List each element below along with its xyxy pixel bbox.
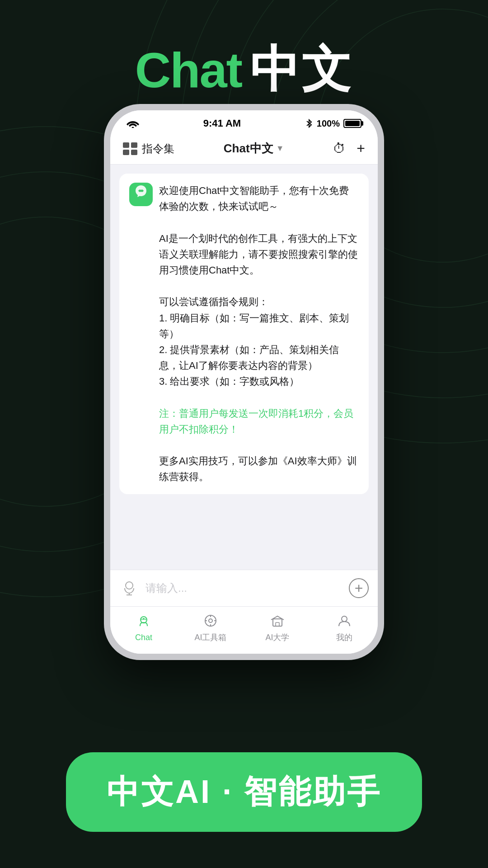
input-add-icon[interactable]: +	[349, 578, 369, 598]
notice-text: 注：普通用户每发送一次即消耗1积分，会员用户不扣除积分！	[159, 406, 359, 437]
bot-avatar	[129, 183, 153, 206]
header-chat-label: Chat	[135, 41, 242, 99]
battery-percent: 100%	[317, 118, 340, 129]
profile-tab-label: 我的	[336, 632, 352, 643]
input-placeholder[interactable]: 请输入...	[145, 581, 343, 595]
battery-icon	[343, 119, 361, 128]
tab-university[interactable]: AI大学	[259, 611, 296, 643]
svg-point-14	[143, 618, 145, 620]
status-time: 9:41 AM	[203, 118, 241, 129]
tab-chat[interactable]: Chat	[126, 612, 162, 642]
welcome-text: 欢迎使用Chat中文智能助手，您有十次免费体验的次数，快来试试吧～	[159, 183, 359, 214]
nav-title-text: Chat中文	[224, 141, 273, 156]
history-icon[interactable]: ⏱	[333, 141, 346, 156]
nav-title-chevron: ▼	[276, 144, 284, 153]
cta-label: 中文AI · 智能助手	[107, 774, 381, 810]
wifi-icon	[127, 119, 139, 128]
input-bar: 请输入... +	[110, 570, 378, 606]
message-bubble: 欢迎使用Chat中文智能助手，您有十次免费体验的次数，快来试试吧～ AI是一个划…	[119, 174, 369, 494]
intro-text: AI是一个划时代的创作工具，有强大的上下文语义关联理解能力，请不要按照搜索引擎的…	[159, 231, 359, 278]
cta-button[interactable]: 中文AI · 智能助手	[66, 752, 422, 832]
nav-left-label: 指令集	[142, 142, 174, 156]
svg-point-13	[141, 618, 143, 620]
nav-right: ⏱ +	[333, 140, 365, 157]
message-content: 欢迎使用Chat中文智能助手，您有十次免费体验的次数，快来试试吧～ AI是一个划…	[159, 183, 359, 485]
tips-label: 可以尝试遵循指令规则：	[159, 294, 359, 310]
more-tips-text: 更多AI实用技巧，可以参加《AI效率大师》训练营获得。	[159, 453, 359, 485]
bot-icon	[134, 184, 148, 205]
tip-3: 3. 给出要求（如：字数或风格）	[159, 373, 359, 389]
svg-point-9	[126, 582, 133, 589]
header-chinese-label: 中文	[250, 36, 353, 104]
bluetooth-icon	[305, 119, 313, 128]
page-header: Chat 中文	[0, 36, 488, 104]
svg-rect-23	[276, 623, 279, 626]
chat-tab-label: Chat	[135, 633, 152, 642]
tip-2: 2. 提供背景素材（如：产品、策划相关信息，让AI了解你要表达内容的背景）	[159, 342, 359, 373]
tab-profile[interactable]: 我的	[326, 611, 362, 643]
phone-mockup: 9:41 AM 100% 指令集 Chat中文 ▼	[104, 104, 384, 660]
svg-point-8	[132, 127, 134, 128]
tab-toolbox[interactable]: AI工具箱	[192, 611, 229, 643]
chat-tab-icon	[134, 612, 153, 631]
toolbox-tab-label: AI工具箱	[194, 632, 226, 643]
svg-point-15	[145, 618, 146, 620]
grid-icon	[123, 142, 137, 155]
add-icon[interactable]: +	[357, 140, 365, 157]
nav-title[interactable]: Chat中文 ▼	[224, 141, 284, 156]
tab-bar: Chat AI工具箱	[110, 606, 378, 654]
status-right: 100%	[305, 118, 361, 129]
nav-bar: 指令集 Chat中文 ▼ ⏱ +	[110, 133, 378, 165]
status-left	[127, 119, 139, 128]
status-bar: 9:41 AM 100%	[110, 110, 378, 133]
chat-area: 欢迎使用Chat中文智能助手，您有十次免费体验的次数，快来试试吧～ AI是一个划…	[110, 165, 378, 570]
toolbox-tab-icon	[201, 611, 220, 630]
profile-tab-icon	[335, 611, 354, 630]
svg-point-17	[209, 619, 212, 623]
nav-left[interactable]: 指令集	[123, 142, 174, 156]
svg-point-24	[342, 616, 347, 622]
university-tab-label: AI大学	[265, 632, 289, 643]
mic-icon[interactable]	[119, 578, 139, 598]
university-tab-icon	[268, 611, 287, 630]
tip-1: 1. 明确目标（如：写一篇推文、剧本、策划等）	[159, 310, 359, 342]
